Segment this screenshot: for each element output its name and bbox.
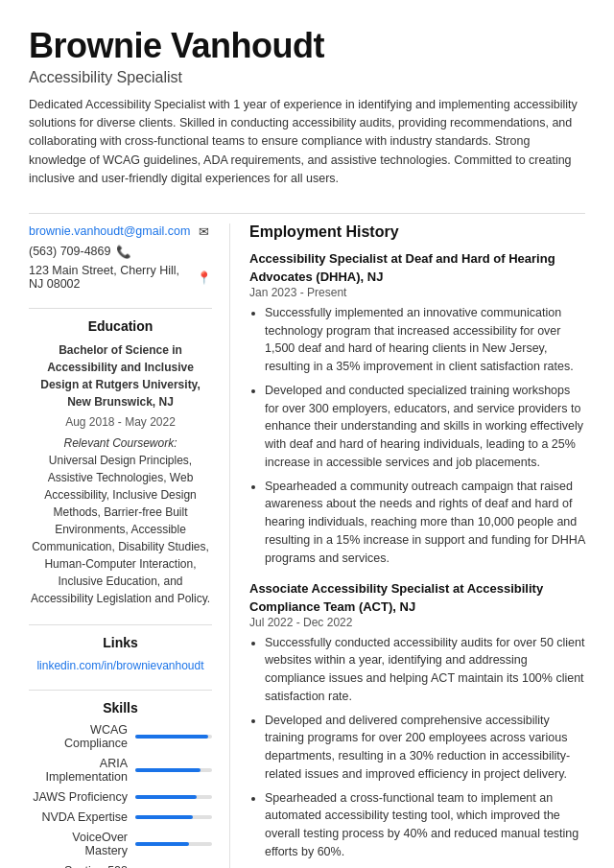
summary-text: Dedicated Accessibility Specialist with …: [29, 96, 585, 189]
skills-heading: Skills: [29, 700, 212, 716]
skill-name: VoiceOver Mastery: [29, 831, 128, 857]
resume-header: Brownie Vanhoudt Accessibility Specialis…: [29, 27, 585, 86]
skill-bar: [135, 815, 212, 819]
skill-bar-fill: [135, 842, 189, 846]
skill-item: NVDA Expertise: [29, 810, 212, 824]
contact-phone: (563) 709-4869 📞: [29, 244, 212, 259]
left-column: brownie.vanhoudt@gmail.com ✉ (563) 709-4…: [29, 223, 230, 868]
skills-list: WCAG Compliance ARIA Implementation JAWS…: [29, 723, 212, 868]
skill-name: Section 508 Knowledge: [29, 864, 128, 868]
skill-item: ARIA Implementation: [29, 757, 212, 784]
job-bullet: Successfully conducted accessibility aud…: [265, 634, 585, 706]
skill-bar-fill: [135, 815, 193, 819]
address-text: 123 Main Street, Cherry Hill, NJ 08002: [29, 264, 191, 291]
skill-item: Section 508 Knowledge: [29, 864, 212, 868]
skill-item: JAWS Proficiency: [29, 790, 212, 804]
skill-bar: [135, 735, 212, 739]
education-block: Bachelor of Science in Accessibility and…: [29, 341, 212, 607]
links-heading: Links: [29, 635, 212, 650]
skill-name: JAWS Proficiency: [29, 790, 128, 804]
education-dates: Aug 2018 - May 2022: [29, 413, 212, 431]
skill-bar-fill: [135, 795, 197, 799]
job-bullet: Successfully implemented an innovative c…: [265, 304, 585, 376]
skill-bar-fill: [135, 768, 201, 772]
links-divider: [29, 690, 212, 691]
job-bullet: Developed and delivered comprehensive ac…: [265, 712, 585, 784]
email-link[interactable]: brownie.vanhoudt@gmail.com: [29, 224, 190, 238]
skill-item: VoiceOver Mastery: [29, 831, 212, 857]
skill-name: WCAG Compliance: [29, 723, 128, 750]
contact-address: 123 Main Street, Cherry Hill, NJ 08002 📍: [29, 264, 212, 291]
education-divider: [29, 624, 212, 625]
skills-section: Skills WCAG Compliance ARIA Implementati…: [29, 700, 212, 868]
job-title: Associate Accessibility Specialist at Ac…: [249, 580, 585, 615]
job-bullet: Spearheaded a cross-functional team to i…: [265, 789, 585, 861]
education-heading: Education: [29, 318, 212, 334]
job-bullet: Developed and conducted specialized trai…: [265, 382, 585, 472]
job-block: Accessibility Specialist at Deaf and Har…: [249, 250, 585, 567]
right-column: Employment History Accessibility Special…: [230, 223, 585, 868]
email-icon: ✉: [196, 223, 211, 239]
job-bullets: Successfully conducted accessibility aud…: [249, 634, 585, 861]
job-dates: Jul 2022 - Dec 2022: [249, 616, 585, 629]
contact-email[interactable]: brownie.vanhoudt@gmail.com ✉: [29, 223, 212, 239]
job-bullets: Successfully implemented an innovative c…: [249, 304, 585, 568]
skill-bar: [135, 795, 212, 799]
contact-divider: [29, 308, 212, 309]
job-bullet: Spearheaded a community outreach campaig…: [265, 478, 585, 568]
degree-text: Bachelor of Science in Accessibility and…: [29, 341, 212, 411]
employment-heading: Employment History: [249, 223, 585, 241]
candidate-title: Accessibility Specialist: [29, 69, 585, 86]
job-dates: Jan 2023 - Present: [249, 286, 585, 299]
skill-bar: [135, 768, 212, 772]
location-icon: 📍: [197, 270, 212, 285]
phone-icon: 📞: [116, 244, 131, 259]
jobs-container: Accessibility Specialist at Deaf and Har…: [249, 250, 585, 860]
linkedin-link[interactable]: linkedin.com/in/brownievanhoudt: [36, 659, 203, 672]
links-section: Links linkedin.com/in/brownievanhoudt: [29, 635, 212, 672]
job-block: Associate Accessibility Specialist at Ac…: [249, 580, 585, 860]
section-divider: [29, 213, 585, 214]
skill-item: WCAG Compliance: [29, 723, 212, 750]
education-section: Education Bachelor of Science in Accessi…: [29, 318, 212, 607]
skill-bar-fill: [135, 735, 208, 739]
job-title: Accessibility Specialist at Deaf and Har…: [249, 250, 585, 285]
coursework-label: Relevant Coursework:: [29, 434, 212, 452]
coursework-text: Universal Design Principles, Assistive T…: [29, 452, 212, 607]
employment-section: Employment History Accessibility Special…: [249, 223, 585, 860]
skill-name: ARIA Implementation: [29, 757, 128, 784]
contact-section: brownie.vanhoudt@gmail.com ✉ (563) 709-4…: [29, 223, 212, 291]
skill-name: NVDA Expertise: [29, 810, 128, 824]
candidate-name: Brownie Vanhoudt: [29, 27, 585, 65]
phone-number: (563) 709-4869: [29, 245, 110, 258]
skill-bar: [135, 842, 212, 846]
